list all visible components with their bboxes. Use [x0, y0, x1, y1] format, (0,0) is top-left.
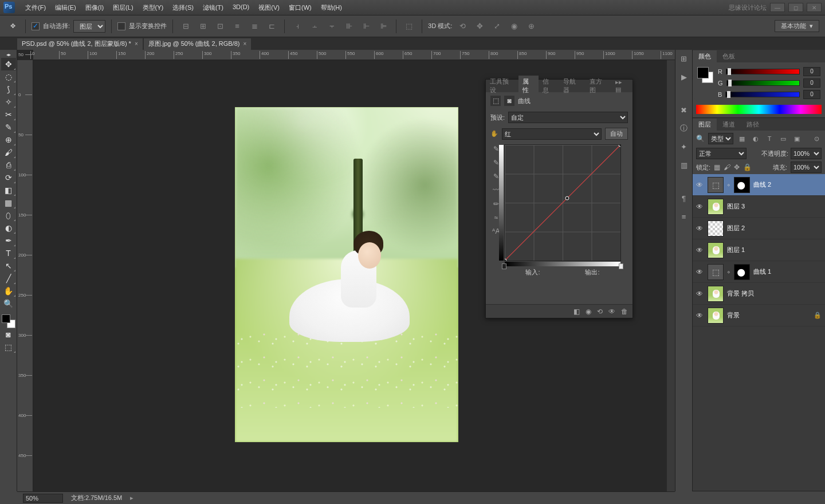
info-panel-icon[interactable]: ⓘ — [679, 123, 689, 133]
menu-item[interactable]: 窗口(W) — [284, 1, 316, 14]
menu-item[interactable]: 类型(Y) — [138, 1, 168, 14]
lock-transparent-icon[interactable]: ▦ — [714, 163, 720, 171]
b-slider[interactable] — [725, 92, 800, 97]
layer-filter-dropdown[interactable]: 类型 — [708, 133, 733, 144]
history-panel-icon[interactable]: ⊞ — [679, 53, 689, 64]
tab-properties[interactable]: 属性 — [518, 76, 539, 96]
3d-icon[interactable]: ✥ — [473, 19, 486, 33]
channel-icon[interactable]: ✋ — [490, 130, 498, 137]
healing-tool[interactable]: ⊕ — [1, 133, 16, 146]
layer-row[interactable]: 👁⬚⋄曲线 1 — [693, 261, 825, 283]
view-previous-icon[interactable]: ◉ — [586, 308, 591, 316]
visibility-icon[interactable]: 👁 — [696, 290, 704, 298]
path-tool[interactable]: ↖ — [1, 259, 16, 272]
blend-mode-dropdown[interactable]: 正常 — [696, 148, 747, 159]
brush-tool[interactable]: 🖌 — [1, 146, 16, 159]
histogram-panel-icon[interactable]: ▥ — [679, 160, 689, 170]
layer-row[interactable]: 👁⬚⋄曲线 2 — [693, 174, 825, 196]
hand-tool[interactable]: ✋ — [1, 285, 16, 297]
menu-item[interactable]: 选择(S) — [168, 1, 198, 14]
align-icon[interactable]: ⊡ — [213, 19, 227, 33]
visibility-icon[interactable]: 👁 — [696, 203, 704, 211]
navigator-panel-icon[interactable]: ✦ — [679, 141, 689, 152]
distribute-icon[interactable]: ⊪ — [342, 19, 356, 33]
zoom-tool[interactable]: 🔍 — [1, 297, 16, 310]
visibility-icon[interactable]: 👁 — [696, 225, 704, 233]
layer-thumb[interactable] — [708, 242, 724, 258]
distribute-icon[interactable]: ⊫ — [376, 19, 390, 33]
screenmode-tool[interactable]: ⬚ — [1, 341, 16, 353]
window-minimize[interactable]: — — [770, 3, 785, 12]
arrange-icon[interactable]: ⬚ — [402, 19, 416, 33]
reset-icon[interactable]: ⟲ — [597, 308, 603, 316]
autoselect-checkbox[interactable] — [32, 22, 40, 30]
pen-tool[interactable]: ✒ — [1, 234, 16, 247]
distribute-icon[interactable]: ⫠ — [308, 19, 321, 33]
lock-paint-icon[interactable]: 🖌 — [724, 163, 730, 171]
tab-swatches[interactable]: 色板 — [717, 50, 741, 62]
align-icon[interactable]: ⊞ — [196, 19, 210, 33]
layer-thumb[interactable] — [708, 308, 724, 324]
layer-row[interactable]: 👁图层 1 — [693, 239, 825, 261]
align-icon[interactable]: ⊟ — [179, 19, 192, 33]
distribute-icon[interactable]: ⫟ — [325, 19, 339, 33]
clip-icon[interactable]: ◧ — [573, 308, 580, 316]
channel-dropdown[interactable]: 红 — [502, 128, 602, 140]
foreground-background-swatch[interactable] — [697, 67, 713, 83]
document-tab[interactable]: PSD.psd @ 50% (曲线 2, 图层蒙版/8) *× — [17, 38, 143, 50]
distribute-icon[interactable]: ⫞ — [290, 19, 304, 33]
layer-thumb[interactable] — [708, 220, 724, 237]
3d-icon[interactable]: ⤢ — [490, 19, 504, 33]
ruler-horizontal[interactable]: 0501001502002503003504004505005506006507… — [33, 50, 675, 60]
tab-color[interactable]: 颜色 — [693, 50, 717, 62]
actions-panel-icon[interactable]: ▶ — [679, 72, 689, 82]
r-slider[interactable] — [726, 69, 800, 74]
autoselect-dropdown[interactable]: 图层 — [73, 20, 105, 33]
quickmask-tool[interactable]: ◙ — [1, 328, 16, 341]
filter-toggle[interactable]: ⊙ — [811, 134, 822, 143]
dodge-tool[interactable]: ◐ — [1, 222, 16, 234]
ruler-vertical[interactable]: 50050100150200250300350400450 — [17, 60, 33, 491]
eraser-tool[interactable]: ◧ — [1, 184, 16, 196]
shape-tool[interactable]: ╱ — [1, 272, 16, 285]
window-maximize[interactable]: ◻ — [788, 3, 803, 12]
align-icon[interactable]: ≣ — [247, 19, 261, 33]
lasso-tool[interactable]: ⟆ — [1, 83, 16, 96]
visibility-icon[interactable]: 👁 — [696, 312, 704, 320]
tab-navigator[interactable]: 导航器 — [559, 76, 586, 96]
move-tool[interactable]: ✥ — [1, 58, 16, 70]
layer-thumb[interactable] — [708, 199, 724, 215]
3d-icon[interactable]: ◉ — [507, 19, 521, 33]
layer-mask-thumb[interactable] — [734, 177, 750, 193]
window-close[interactable]: ✕ — [807, 3, 822, 12]
align-icon[interactable]: ⊏ — [265, 19, 278, 33]
menu-item[interactable]: 文件(F) — [21, 1, 50, 14]
wand-tool[interactable]: ✧ — [1, 96, 16, 108]
visibility-icon[interactable]: 👁 — [696, 246, 704, 254]
layer-mask-thumb[interactable] — [734, 264, 750, 280]
menu-item[interactable]: 图层(L) — [108, 1, 138, 14]
layer-row[interactable]: 👁图层 2 — [693, 218, 825, 239]
crop-tool[interactable]: ✂ — [1, 108, 16, 121]
menu-item[interactable]: 图像(I) — [81, 1, 108, 14]
paragraph-panel-icon[interactable]: ≡ — [679, 211, 689, 222]
close-icon[interactable]: × — [135, 41, 138, 47]
filter-shape-icon[interactable]: ▭ — [778, 134, 788, 143]
filter-type-icon[interactable]: T — [764, 134, 775, 143]
brush-panel-icon[interactable]: ✖ — [679, 105, 689, 115]
history-brush-tool[interactable]: ⟳ — [1, 171, 16, 184]
white-point-slider[interactable] — [619, 263, 623, 269]
curves-graph[interactable] — [504, 144, 621, 261]
layer-row[interactable]: 👁图层 3 — [693, 196, 825, 218]
layer-thumb[interactable] — [708, 286, 724, 302]
type-tool[interactable]: T — [1, 247, 16, 259]
eyedropper-tool[interactable]: ✎ — [1, 121, 16, 133]
menu-item[interactable]: 滤镜(T) — [198, 1, 228, 14]
tab-toolpresets[interactable]: 工具预设 — [486, 76, 518, 96]
toolbox-collapse[interactable]: ◂▸ — [1, 51, 16, 58]
marquee-tool[interactable]: ◌ — [1, 70, 16, 83]
preset-dropdown[interactable]: 自定 — [508, 112, 628, 123]
menu-item[interactable]: 3D(D) — [228, 1, 254, 14]
filter-pixel-icon[interactable]: ▦ — [737, 134, 747, 143]
visibility-icon[interactable]: 👁 — [696, 268, 704, 276]
